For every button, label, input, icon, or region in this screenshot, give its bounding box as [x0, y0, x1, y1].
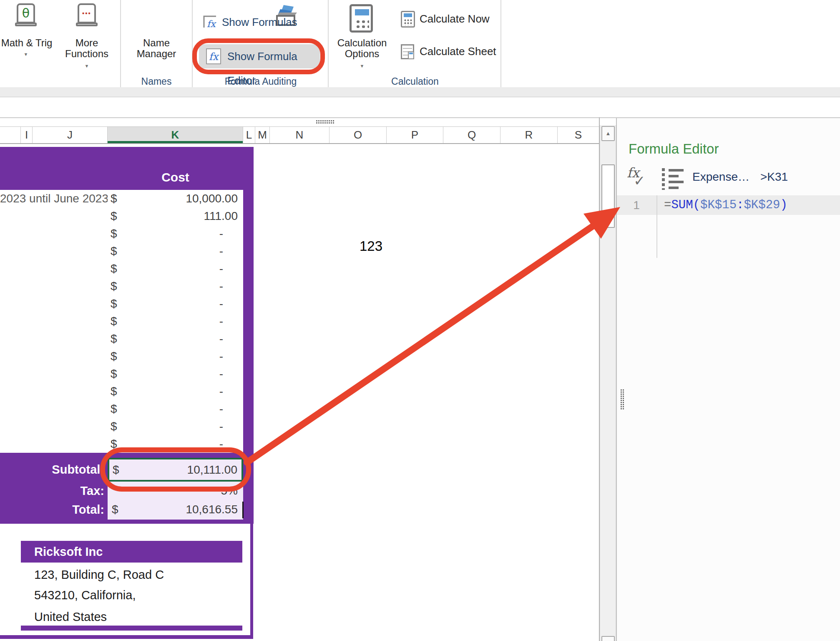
subtotal-label-cell[interactable]: Subtotal:: [0, 458, 104, 482]
invoice-row[interactable]: $10,000.00: [108, 190, 243, 207]
row-amount: -: [108, 242, 243, 260]
svg-text:fx: fx: [207, 19, 216, 29]
ribbon-divider: [192, 0, 193, 87]
column-header-J[interactable]: J: [33, 127, 108, 143]
fx-check-icon[interactable]: fx✓: [627, 165, 651, 191]
calculation-options-button[interactable]: Calculation Options ▼: [332, 0, 392, 75]
total-label-cell[interactable]: Total:: [0, 500, 104, 519]
row-amount: -: [108, 278, 243, 295]
column-header-P[interactable]: P: [387, 127, 443, 143]
formula-token: ): [780, 198, 787, 212]
invoice-row[interactable]: $-: [108, 383, 243, 400]
formula-token: SUM(: [671, 198, 700, 212]
ribbon-divider: [120, 0, 121, 87]
calculate-sheet-button[interactable]: Calculate Sheet: [398, 43, 503, 63]
calculate-now-label: Calculate Now: [420, 13, 497, 24]
pane-split-grip[interactable]: [316, 120, 335, 124]
more-functions-button[interactable]: ••• More Functions ▼: [61, 0, 113, 75]
invoice-row[interactable]: $-: [108, 365, 243, 383]
invoice-bottom-border: [0, 635, 253, 639]
sheet-name-label: Expense…: [692, 170, 749, 183]
calculation-options-label-1: Calculation: [332, 38, 392, 48]
company-address-line[interactable]: United States: [34, 606, 234, 627]
scroll-up-button[interactable]: ▲: [601, 126, 615, 141]
more-functions-icon: •••: [78, 3, 98, 26]
stray-value-cell[interactable]: 123: [360, 238, 418, 255]
column-header-L[interactable]: L: [243, 127, 255, 143]
formula-context: Expense…>K31: [692, 170, 834, 184]
invoice-row[interactable]: $-: [108, 435, 243, 453]
invoice-row[interactable]: $-: [108, 348, 243, 365]
invoice-row[interactable]: $-: [108, 260, 243, 278]
row-amount: -: [108, 365, 243, 383]
invoice-row[interactable]: $-: [108, 242, 243, 260]
invoice-row[interactable]: $-: [108, 330, 243, 348]
theta-glyph: θ: [22, 7, 30, 20]
calculation-options-icon: [350, 4, 373, 33]
ribbon: θ Math & Trig ▼ ••• More Functions ▼: [0, 0, 840, 87]
invoice-row[interactable]: $-: [108, 313, 243, 330]
company-name: Ricksoft Inc: [34, 541, 234, 563]
company-address-line[interactable]: 543210, California,: [34, 585, 234, 606]
math-trig-button[interactable]: θ Math & Trig ▼: [0, 0, 54, 75]
ribbon-divider: [328, 0, 329, 87]
more-functions-label-2: Functions: [61, 48, 113, 59]
dropdown-arrow-icon: ▼: [355, 63, 369, 69]
row-amount: -: [108, 260, 243, 278]
column-header-blank[interactable]: [0, 127, 21, 143]
invoice-row[interactable]: $-: [108, 278, 243, 295]
invoice-row[interactable]: $-: [108, 400, 243, 418]
column-header-N[interactable]: N: [270, 127, 329, 143]
row-amount: -: [108, 435, 243, 453]
math-trig-icon: θ: [17, 3, 37, 26]
column-header-I[interactable]: I: [21, 127, 33, 143]
invoice-row[interactable]: $-: [108, 225, 243, 242]
cell-cursor: [242, 502, 244, 518]
row-amount: -: [108, 330, 243, 348]
gutter-divider: [656, 195, 657, 258]
name-manager-button[interactable]: Name Manager: [129, 0, 184, 75]
column-header-K[interactable]: K: [108, 127, 243, 143]
row-amount: 111.00: [108, 207, 243, 225]
formula-list-icon[interactable]: [662, 168, 684, 190]
subtotal-cell[interactable]: $ 10,111.00: [108, 458, 243, 482]
tax-label-cell[interactable]: Tax:: [0, 482, 104, 500]
column-header-M[interactable]: M: [255, 127, 270, 143]
expense-period-cell[interactable]: 2023 until June 2023: [0, 190, 108, 207]
invoice-row[interactable]: $-: [108, 295, 243, 313]
company-underline-bar: [21, 626, 242, 631]
column-header-R[interactable]: R: [500, 127, 558, 143]
formula-line[interactable]: 1 =SUM($K$15:$K$29): [617, 195, 840, 215]
invoice-row[interactable]: $-: [108, 418, 243, 435]
show-formula-editor-label: Show Formula Editor: [227, 44, 317, 68]
column-header-Q[interactable]: Q: [443, 127, 500, 143]
show-formula-editor-icon: fx: [206, 48, 221, 64]
show-formulas-icon: fx: [203, 15, 218, 29]
column-header-O[interactable]: O: [329, 127, 387, 143]
row-amount: -: [108, 313, 243, 330]
subtotal-amount: 10,111.00: [109, 459, 241, 480]
invoice-row[interactable]: $111.00: [108, 207, 243, 225]
scroll-down-button[interactable]: [601, 636, 615, 641]
total-cell[interactable]: $ 10,616.55: [108, 500, 243, 519]
invoice-totals-band: Subtotal: $ 10,111.00 Tax: 5% Total: $ 1…: [0, 453, 254, 524]
show-formulas-label: Show Formulas: [222, 16, 305, 28]
panel-resize-grip[interactable]: [620, 389, 625, 410]
total-amount: 10,616.55: [108, 500, 243, 519]
formula-line-number: 1: [617, 195, 656, 215]
calculate-now-button[interactable]: Calculate Now: [398, 10, 498, 30]
tax-value-cell[interactable]: 5%: [108, 482, 243, 500]
company-name-bar[interactable]: Ricksoft Inc: [21, 541, 242, 563]
company-address-line[interactable]: 123, Building C, Road C: [34, 564, 234, 585]
vertical-scrollbar-thumb[interactable]: [601, 164, 615, 228]
row-amount: -: [108, 400, 243, 418]
calculate-sheet-icon: [401, 44, 414, 59]
calculation-options-label-2: Options: [332, 48, 392, 59]
formula-editor-panel: Formula Editor fx✓ Expense…>K31 1 =SUM($…: [617, 118, 840, 641]
show-formula-editor-button[interactable]: fx Show Formula Editor: [199, 44, 320, 68]
cost-header-cell[interactable]: Cost: [108, 167, 243, 188]
show-formulas-button[interactable]: fx Show Formulas: [199, 13, 308, 33]
column-header-S[interactable]: S: [558, 127, 599, 143]
ellipsis-glyph: •••: [82, 9, 91, 18]
formula-text[interactable]: =SUM($K$15:$K$29): [664, 195, 839, 215]
